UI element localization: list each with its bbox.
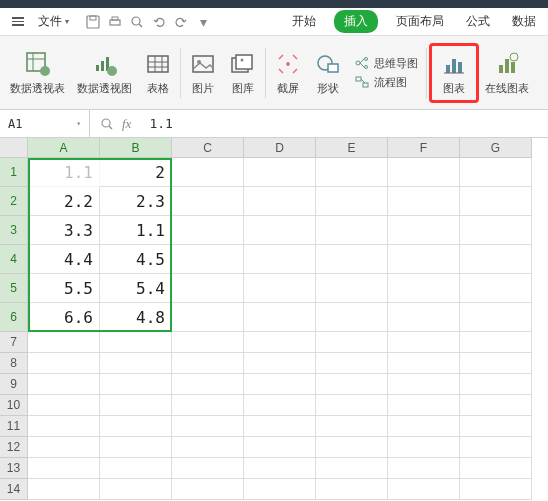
preview-icon[interactable] bbox=[129, 14, 145, 30]
cell-A9[interactable] bbox=[28, 374, 100, 395]
cell-B9[interactable] bbox=[100, 374, 172, 395]
cell-E5[interactable] bbox=[316, 274, 388, 303]
cell-D1[interactable] bbox=[244, 158, 316, 187]
cell-G4[interactable] bbox=[460, 245, 532, 274]
row-header-1[interactable]: 1 bbox=[0, 158, 28, 187]
cell-A4[interactable]: 4.4 bbox=[28, 245, 100, 274]
cell-F2[interactable] bbox=[388, 187, 460, 216]
cell-G9[interactable] bbox=[460, 374, 532, 395]
online-chart-button[interactable]: 在线图表 bbox=[479, 36, 535, 109]
flowchart-button[interactable]: 流程图 bbox=[354, 75, 418, 90]
cell-F14[interactable] bbox=[388, 479, 460, 500]
chevron-down-icon[interactable]: ▾ bbox=[76, 119, 81, 128]
cell-G11[interactable] bbox=[460, 416, 532, 437]
cell-C11[interactable] bbox=[172, 416, 244, 437]
cell-E12[interactable] bbox=[316, 437, 388, 458]
cell-D2[interactable] bbox=[244, 187, 316, 216]
cell-A7[interactable] bbox=[28, 332, 100, 353]
cell-A10[interactable] bbox=[28, 395, 100, 416]
mindmap-button[interactable]: 思维导图 bbox=[354, 56, 418, 71]
pivot-table-button[interactable]: 数据透视表 bbox=[4, 36, 71, 109]
cell-A5[interactable]: 5.5 bbox=[28, 274, 100, 303]
cell-A2[interactable]: 2.2 bbox=[28, 187, 100, 216]
cell-F6[interactable] bbox=[388, 303, 460, 332]
cell-E4[interactable] bbox=[316, 245, 388, 274]
cell-E6[interactable] bbox=[316, 303, 388, 332]
cell-C8[interactable] bbox=[172, 353, 244, 374]
pivot-chart-button[interactable]: 数据透视图 bbox=[71, 36, 138, 109]
cell-D11[interactable] bbox=[244, 416, 316, 437]
cell-C12[interactable] bbox=[172, 437, 244, 458]
cell-E1[interactable] bbox=[316, 158, 388, 187]
table-button[interactable]: 表格 bbox=[138, 36, 178, 109]
cell-E8[interactable] bbox=[316, 353, 388, 374]
cell-C2[interactable] bbox=[172, 187, 244, 216]
column-header-B[interactable]: B bbox=[100, 138, 172, 158]
print-icon[interactable] bbox=[107, 14, 123, 30]
cell-D10[interactable] bbox=[244, 395, 316, 416]
cell-B4[interactable]: 4.5 bbox=[100, 245, 172, 274]
cell-C9[interactable] bbox=[172, 374, 244, 395]
cell-F12[interactable] bbox=[388, 437, 460, 458]
tab-data[interactable]: 数据 bbox=[508, 10, 540, 33]
row-header-13[interactable]: 13 bbox=[0, 458, 28, 479]
cell-E14[interactable] bbox=[316, 479, 388, 500]
cell-C10[interactable] bbox=[172, 395, 244, 416]
cell-B3[interactable]: 1.1 bbox=[100, 216, 172, 245]
cell-C4[interactable] bbox=[172, 245, 244, 274]
redo-icon[interactable] bbox=[173, 14, 189, 30]
cell-D5[interactable] bbox=[244, 274, 316, 303]
cell-C3[interactable] bbox=[172, 216, 244, 245]
cell-B13[interactable] bbox=[100, 458, 172, 479]
cell-C7[interactable] bbox=[172, 332, 244, 353]
cell-B5[interactable]: 5.4 bbox=[100, 274, 172, 303]
cell-G2[interactable] bbox=[460, 187, 532, 216]
cell-D9[interactable] bbox=[244, 374, 316, 395]
tab-formula[interactable]: 公式 bbox=[462, 10, 494, 33]
row-header-9[interactable]: 9 bbox=[0, 374, 28, 395]
cell-E7[interactable] bbox=[316, 332, 388, 353]
tab-layout[interactable]: 页面布局 bbox=[392, 10, 448, 33]
cell-A8[interactable] bbox=[28, 353, 100, 374]
cell-F8[interactable] bbox=[388, 353, 460, 374]
cell-G8[interactable] bbox=[460, 353, 532, 374]
cell-A1[interactable]: 1.1 bbox=[28, 158, 100, 187]
cell-reference-box[interactable]: A1 ▾ bbox=[0, 110, 90, 137]
column-header-F[interactable]: F bbox=[388, 138, 460, 158]
cell-B14[interactable] bbox=[100, 479, 172, 500]
cell-C5[interactable] bbox=[172, 274, 244, 303]
row-header-8[interactable]: 8 bbox=[0, 353, 28, 374]
cell-E10[interactable] bbox=[316, 395, 388, 416]
cell-D3[interactable] bbox=[244, 216, 316, 245]
row-header-14[interactable]: 14 bbox=[0, 479, 28, 500]
cell-F11[interactable] bbox=[388, 416, 460, 437]
cell-F10[interactable] bbox=[388, 395, 460, 416]
column-header-E[interactable]: E bbox=[316, 138, 388, 158]
row-header-3[interactable]: 3 bbox=[0, 216, 28, 245]
cell-F7[interactable] bbox=[388, 332, 460, 353]
cell-B11[interactable] bbox=[100, 416, 172, 437]
cell-D6[interactable] bbox=[244, 303, 316, 332]
cell-E2[interactable] bbox=[316, 187, 388, 216]
dropdown-icon[interactable]: ▾ bbox=[195, 14, 211, 30]
cell-G13[interactable] bbox=[460, 458, 532, 479]
cell-B12[interactable] bbox=[100, 437, 172, 458]
cell-G5[interactable] bbox=[460, 274, 532, 303]
cell-B8[interactable] bbox=[100, 353, 172, 374]
cell-B2[interactable]: 2.3 bbox=[100, 187, 172, 216]
cell-G6[interactable] bbox=[460, 303, 532, 332]
cell-B7[interactable] bbox=[100, 332, 172, 353]
tab-start[interactable]: 开始 bbox=[288, 10, 320, 33]
formula-input[interactable]: 1.1 bbox=[141, 116, 548, 131]
cell-B6[interactable]: 4.8 bbox=[100, 303, 172, 332]
cell-A14[interactable] bbox=[28, 479, 100, 500]
cell-E11[interactable] bbox=[316, 416, 388, 437]
file-menu[interactable]: 文件 bbox=[32, 11, 75, 32]
row-header-12[interactable]: 12 bbox=[0, 437, 28, 458]
column-header-G[interactable]: G bbox=[460, 138, 532, 158]
shapes-button[interactable]: 形状 bbox=[308, 36, 348, 109]
cell-E13[interactable] bbox=[316, 458, 388, 479]
cell-A11[interactable] bbox=[28, 416, 100, 437]
function-wizard-icon[interactable] bbox=[100, 117, 114, 131]
gallery-button[interactable]: 图库 bbox=[223, 36, 263, 109]
